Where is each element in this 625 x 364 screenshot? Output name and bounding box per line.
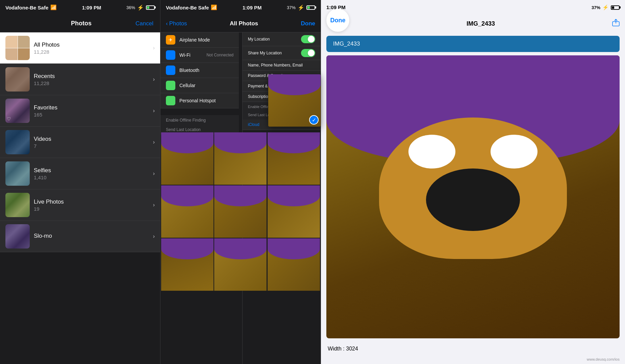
album-name-slomo: Slo-mo — [34, 233, 149, 239]
album-info-selfies: Selfies 1,410 — [30, 167, 153, 180]
panel-photo-grid: Vodafone-Be Safe 📶 1:09 PM 37% ⚡ ‹ Photo… — [160, 0, 321, 364]
battery-fill-2 — [307, 6, 310, 9]
album-item-selfies[interactable]: Selfies 1,410 › — [0, 158, 160, 189]
battery-visual-1 — [146, 5, 155, 10]
share-button[interactable] — [612, 19, 620, 28]
album-item-live-photos[interactable]: Live Photos 19 › — [0, 189, 160, 221]
album-item-slomo[interactable]: Slo-mo › — [0, 221, 160, 252]
width-text: Width : 3024 — [328, 346, 358, 352]
main-eye-right — [491, 135, 538, 169]
album-item-favorites[interactable]: ♡ Favorites 165 › — [0, 95, 160, 127]
purple-hood-6 — [268, 185, 320, 206]
album-thumb-favorites: ♡ — [5, 99, 30, 123]
status-battery-2: 37% ⚡ — [287, 4, 315, 11]
nav-title-2: All Photos — [230, 20, 258, 27]
thumb-cell-4 — [18, 48, 30, 60]
settings-right-row2: Share My Location — [243, 46, 321, 60]
bluetooth-icon — [166, 66, 175, 75]
wifi-icon-setting — [166, 50, 175, 60]
status-bar-1: Vodafone-Be Safe 📶 1:09 PM 36% ⚡ — [0, 0, 160, 15]
nav-bar-1: Photos Cancel — [0, 15, 160, 32]
album-name-videos: Videos — [34, 136, 149, 142]
photo-cell-3[interactable] — [268, 132, 320, 185]
album-thumb-all-photos — [5, 36, 30, 60]
chevron-favorites: › — [153, 108, 155, 114]
airplane-icon: ✈ — [166, 35, 175, 45]
cellular-icon — [166, 81, 175, 90]
settings-row-hotspot: Personal Hotspot — [160, 93, 239, 108]
album-item-videos[interactable]: Videos 7 › — [0, 127, 160, 158]
photo-inner-9 — [268, 238, 320, 291]
settings-right-row3: Name, Phone Numbers, Email — [243, 60, 321, 71]
settings-row-cellular: Cellular — [160, 78, 239, 93]
album-count-favorites: 165 — [34, 112, 149, 118]
thumb-cell-1 — [5, 36, 18, 48]
settings-row-wifi: Wi-Fi Not Connected — [160, 48, 239, 63]
battery-pct-2: 37% — [287, 5, 296, 10]
bluetooth-label: Bluetooth — [179, 68, 233, 73]
my-location-label: My Location — [248, 37, 301, 42]
album-thumb-selfies — [5, 161, 30, 186]
thumb-cell-2 — [18, 36, 30, 48]
photo-cell-4[interactable] — [161, 185, 214, 238]
photo-cell-8[interactable] — [214, 238, 267, 291]
purple-hood-8 — [214, 238, 267, 259]
photo-cell-1[interactable] — [161, 132, 214, 185]
status-battery-1: 36% ⚡ — [126, 4, 155, 11]
done-circle-button[interactable]: Done — [326, 9, 349, 32]
wifi-label: Wi-Fi — [179, 52, 206, 58]
photo-cell-9[interactable] — [268, 238, 320, 291]
status-bar-2: Vodafone-Be Safe 📶 1:09 PM 37% ⚡ — [160, 0, 321, 15]
cellular-label: Cellular — [179, 83, 233, 88]
album-name-recents: Recents — [34, 73, 149, 80]
floating-selected-photo[interactable]: ✓ — [268, 74, 321, 127]
name-numbers-label: Name, Phone Numbers, Email — [248, 63, 315, 68]
album-item-recents[interactable]: Recents 11,228 › — [0, 64, 160, 95]
panel-image-detail: 1:09 PM 37% ⚡ Done IMG_2433 IMG_2433 — [321, 0, 625, 364]
battery-visual-3 — [611, 5, 620, 10]
album-count-selfies: 1,410 — [34, 175, 149, 180]
carrier-text-1: Vodafone-Be Safe — [5, 5, 48, 10]
album-name-favorites: Favorites — [34, 104, 149, 111]
back-chevron: ‹ — [166, 20, 168, 27]
settings-row-bluetooth: Bluetooth — [160, 63, 239, 78]
purple-hood-5 — [214, 185, 267, 206]
toggle-location — [301, 35, 315, 43]
battery-icon-2: ⚡ — [298, 4, 304, 11]
wifi-icon-2: 📶 — [211, 4, 217, 10]
photo-grid-container — [160, 132, 321, 364]
selected-check-badge: ✓ — [309, 115, 319, 125]
status-time-3: 1:09 PM — [326, 4, 592, 10]
purple-hood-4 — [161, 185, 214, 206]
settings-separator — [160, 108, 239, 115]
panel-albums: Vodafone-Be Safe 📶 1:09 PM 36% ⚡ Photos … — [0, 0, 160, 364]
album-info-live-photos: Live Photos 19 — [30, 199, 153, 212]
done-button-2[interactable]: Done — [301, 20, 315, 27]
photo-inner-7 — [161, 238, 214, 291]
settings-right-row1: My Location — [243, 32, 321, 46]
toggle-knob — [308, 36, 315, 43]
photo-cell-5[interactable] — [214, 185, 267, 238]
hotspot-label: Personal Hotspot — [179, 98, 233, 103]
album-info-all-photos: All Photos 11,228 — [30, 42, 153, 55]
back-label: Photos — [169, 20, 187, 27]
album-name-live-photos: Live Photos — [34, 199, 149, 205]
photo-inner-8 — [214, 238, 267, 291]
photo-inner-1 — [161, 132, 214, 185]
purple-hood-9 — [268, 238, 320, 259]
back-button[interactable]: ‹ Photos — [166, 20, 187, 27]
hotspot-icon — [166, 96, 175, 105]
chevron-all-photos: › — [153, 45, 155, 51]
main-nose — [426, 168, 520, 231]
cancel-button[interactable]: Cancel — [135, 20, 153, 27]
album-thumb-recents — [5, 67, 30, 92]
photo-cell-2[interactable] — [214, 132, 267, 185]
toggle-share — [301, 49, 315, 57]
album-info-slomo: Slo-mo — [30, 233, 153, 240]
battery-pct-1: 36% — [126, 5, 135, 10]
chevron-slomo: › — [153, 233, 155, 239]
photo-cell-7[interactable] — [161, 238, 214, 291]
purple-hood-7 — [161, 238, 214, 259]
photo-cell-6[interactable] — [268, 185, 320, 238]
album-item-all-photos[interactable]: All Photos 11,228 › — [0, 32, 160, 64]
